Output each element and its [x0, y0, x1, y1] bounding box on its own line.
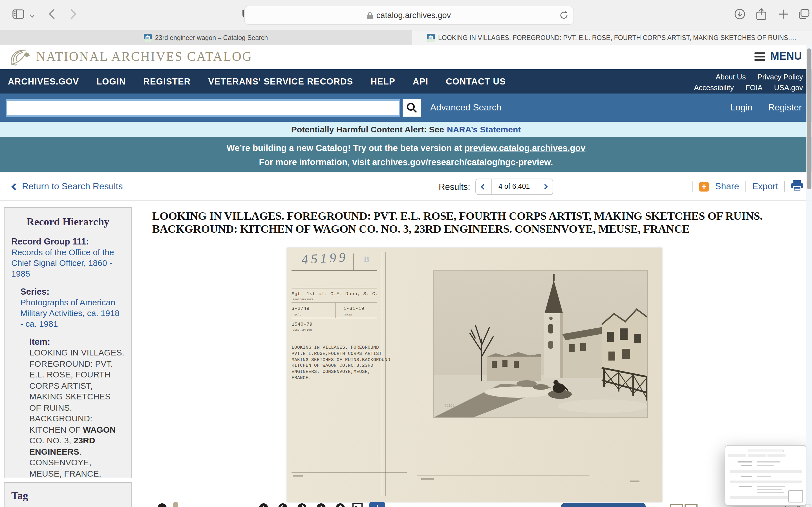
- card-rule: [292, 472, 407, 473]
- series-link[interactable]: Photographs of American Military Activit…: [20, 297, 124, 329]
- back-button[interactable]: [49, 8, 55, 22]
- preview-nested-thumbnail: [788, 490, 803, 503]
- card-rule: [353, 253, 354, 270]
- tab-title: LOOKING IN VILLAGES. FOREGROUND: PVT. E.…: [438, 34, 797, 41]
- safari-window: catalog.archives.gov 23rd engineer wagon…: [0, 0, 812, 507]
- image-label: Image: [701, 504, 725, 507]
- tab-overview-icon[interactable]: [799, 9, 810, 21]
- new-tab-icon[interactable]: [779, 9, 789, 21]
- downloads-icon[interactable]: [734, 8, 746, 22]
- nara-statement-link[interactable]: NARA’s Statement: [447, 124, 521, 134]
- first-image-button[interactable]: «: [670, 504, 683, 507]
- zoom-out-icon[interactable]: [157, 503, 167, 507]
- register-link[interactable]: Register: [768, 94, 802, 122]
- nav-login[interactable]: LOGIN: [96, 76, 126, 87]
- url-field[interactable]: catalog.archives.gov: [244, 6, 574, 25]
- preview-section: [730, 470, 802, 473]
- result-position: 4 of 6,401: [491, 179, 537, 195]
- login-link[interactable]: Login: [730, 94, 753, 122]
- beta-banner: We’re building a new Catalog! Try out th…: [0, 137, 812, 172]
- previous-image-button[interactable]: ‹: [684, 504, 698, 507]
- card-rule: [382, 252, 382, 496]
- preview-line: [741, 465, 752, 466]
- arrow-up-icon[interactable]: [336, 503, 345, 507]
- nara-logo[interactable]: NATIONAL ARCHIVES CATALOG: [8, 48, 252, 66]
- ngc-preview-link[interactable]: archives.gov/research/catalog/ngc-previe…: [372, 157, 551, 167]
- divider: [746, 181, 746, 192]
- menu-label: MENU: [770, 50, 802, 62]
- url-text: catalog.archives.gov: [376, 11, 451, 20]
- record-group-label: Record Group 111:: [11, 236, 124, 247]
- item-description: LOOKING IN VILLAGES. FOREGROUND: PVT. E.…: [29, 347, 124, 478]
- advanced-search-link[interactable]: Advanced Search: [430, 94, 502, 122]
- previous-result-button[interactable]: [476, 179, 491, 195]
- ruins-photograph: [434, 271, 647, 417]
- nav-api[interactable]: API: [413, 76, 428, 87]
- photo-card[interactable]: 45199 B Sgt. 1st cl. C.E. Dunn, S. C. PH…: [287, 248, 662, 502]
- nara-favicon: [144, 34, 152, 42]
- divider: [693, 181, 693, 192]
- nav-contact-us[interactable]: CONTACT US: [446, 76, 506, 87]
- card-description-label: DESCRIPTION: [293, 328, 312, 331]
- nav-help[interactable]: HELP: [370, 76, 395, 87]
- zoom-slider-handle[interactable]: [173, 502, 178, 507]
- card-rule: [292, 270, 377, 271]
- nav-archives-gov[interactable]: ARCHIVES.GOV: [8, 76, 79, 87]
- export-link[interactable]: Export: [752, 181, 778, 191]
- nara-favicon: [427, 34, 435, 42]
- divider: [784, 181, 785, 192]
- card-rule: [385, 252, 386, 496]
- link-privacy-policy[interactable]: Privacy Policy: [757, 73, 803, 81]
- print-icon[interactable]: [791, 180, 803, 193]
- preview-line: [757, 465, 774, 466]
- preview-catalog-link[interactable]: preview.catalog.archives.gov: [464, 143, 586, 153]
- alert-text: Potentially Harmful Content Alert: See: [291, 124, 444, 134]
- menu-button[interactable]: MENU: [755, 50, 802, 62]
- download-image-button[interactable]: [369, 502, 385, 507]
- site-header: NATIONAL ARCHIVES CATALOG MENU: [0, 45, 812, 69]
- next-result-button[interactable]: [537, 179, 552, 195]
- link-accessibility[interactable]: Accessibility: [694, 83, 734, 92]
- search-button[interactable]: [403, 99, 421, 117]
- return-to-search-results-link[interactable]: Return to Search Results: [12, 172, 123, 201]
- nav-register[interactable]: REGISTER: [143, 76, 191, 87]
- card-rule: [292, 318, 377, 318]
- share-icon[interactable]: [756, 8, 766, 22]
- link-usa-gov[interactable]: USA.gov: [774, 83, 803, 92]
- search-input[interactable]: [6, 99, 400, 117]
- sidebar-chevron-down-icon[interactable]: [29, 10, 35, 20]
- preview-line: [757, 461, 780, 462]
- record-group-link[interactable]: Records of the Office of the Chief Signa…: [11, 247, 124, 279]
- preview-line: [757, 476, 771, 477]
- share-plus-icon[interactable]: +: [699, 182, 709, 191]
- primary-nav: ARCHIVES.GOV LOGIN REGISTER VETERANS' SE…: [0, 69, 812, 94]
- card-rule: [292, 288, 377, 288]
- link-foia[interactable]: FOIA: [746, 83, 763, 92]
- link-about-us[interactable]: About Us: [716, 73, 746, 81]
- nav-veterans-service-records[interactable]: VETERANS' SERVICE RECORDS: [208, 76, 353, 87]
- card-received-label: REC'D: [293, 313, 301, 316]
- sidebar-toggle-icon[interactable]: [12, 9, 24, 21]
- card-rule: [336, 302, 336, 318]
- tab-search-results[interactable]: 23rd engineer wagon – Catalog Search: [0, 31, 412, 45]
- screenshot-preview-thumbnail[interactable]: [725, 445, 807, 506]
- rotate-left-icon[interactable]: [278, 503, 288, 507]
- zoom-in-icon[interactable]: [259, 503, 268, 507]
- reload-icon[interactable]: [560, 11, 568, 22]
- rotate-right-icon[interactable]: [297, 503, 307, 507]
- view-add-contributions-button[interactable]: View/Add Contributions: [561, 503, 646, 507]
- card-typed-description: LOOKING IN VILLAGES. FOREGROUND PVT.E.L.…: [292, 345, 390, 381]
- tab-item-detail[interactable]: LOOKING IN VILLAGES. FOREGROUND: PVT. E.…: [412, 31, 812, 45]
- card-taken: 1-31-19: [343, 306, 364, 312]
- preview-toolbar: [728, 448, 804, 453]
- share-link[interactable]: Share: [715, 181, 739, 191]
- scrollbar-thumb[interactable]: [807, 48, 811, 189]
- preview-line: [738, 461, 752, 462]
- hamburger-icon: [755, 50, 765, 62]
- utility-links: About Us Privacy Policy Accessibility FO…: [685, 71, 803, 93]
- card-smudge: [630, 481, 640, 482]
- fullscreen-icon[interactable]: [352, 503, 363, 507]
- lock-icon: [367, 11, 373, 19]
- forward-button[interactable]: [70, 8, 77, 22]
- arrow-down-icon[interactable]: [316, 503, 326, 507]
